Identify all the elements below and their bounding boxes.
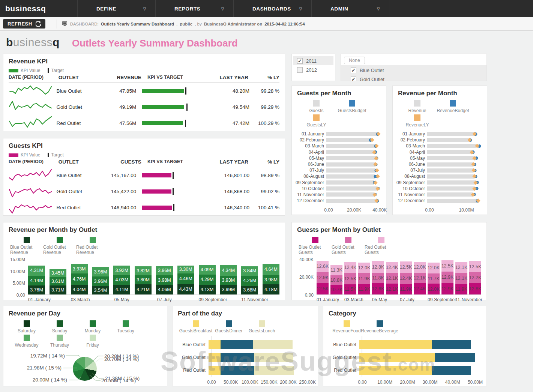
month-bar-row: 11-November [294, 192, 382, 198]
bar-segment: 12.0K [414, 262, 426, 273]
column-header: DATE (PERIOD) [9, 159, 59, 165]
legend-item: Blue Outlet Guests [299, 237, 332, 255]
column-header: OUTLET [59, 159, 108, 165]
kpi-value-label: KPI Value [21, 68, 40, 73]
legend-item: RevenueFood [330, 320, 363, 333]
filter-option-2012[interactable]: ✓2012 [293, 65, 333, 74]
last-year-cell: 49.54M [210, 104, 249, 110]
table-row: Gold Outlet145,422.00146,868.0099.02 % [9, 183, 279, 200]
kpi-value-label: KPI Value [21, 152, 40, 158]
hbar-row: Gold Outlet [328, 351, 482, 364]
bar-segment: 12.0K [428, 263, 440, 273]
dashboard-visibility: public [180, 22, 192, 26]
stacked-column: 4.18M3.98M4.64M [263, 264, 279, 294]
bar-segment: 11.7K [428, 273, 440, 284]
month-label: 07-July [395, 168, 427, 173]
bar-segment: 11.8K [372, 273, 384, 283]
guests-per-month-chart: GuestsGuestsBudgetGuestsLY01-January02-F… [292, 100, 386, 214]
hbar-row: Blue Outlet [328, 338, 482, 351]
value-bar [427, 156, 474, 160]
toolbar: REFRESH DASHBOARD: Outlets Yearly Summar… [0, 17, 533, 31]
bar-segment: 11.9K [455, 284, 467, 294]
month-label: 11-November [294, 192, 326, 197]
nav-item-admin[interactable]: ADMIN▽ [311, 0, 389, 17]
kpi-bar-fill [142, 89, 184, 93]
bar-segment: 3.30M [177, 266, 194, 273]
legend-swatch [414, 100, 420, 107]
clear-selection-button[interactable]: None [344, 57, 365, 64]
axis-tick-label: 0.00 [358, 380, 366, 385]
kpi-bar-track [142, 121, 210, 126]
value-bar [326, 174, 375, 179]
legend-item: Red Outlet Revenue [76, 237, 109, 255]
kpi-target-marker [173, 188, 174, 195]
panel-revenue-per-month-by-outlet: Revenue per Month by Outlet Blue Outlet … [3, 222, 285, 300]
bar-segment: 4.76M [71, 273, 88, 285]
legend-label: RevenueFood [332, 328, 360, 333]
bar-segment [209, 366, 221, 375]
axis-tick-label: 10.00M [377, 380, 392, 385]
filter-option-gold-outlet[interactable]: ✓Gold Outlet [347, 75, 486, 81]
nav-item-label: DASHBOARDS [252, 6, 291, 12]
nav-item-dashboards[interactable]: DASHBOARDS▽ [233, 0, 311, 17]
panel-title: Guests per Month by Outlet [292, 222, 486, 234]
divider [57, 20, 57, 29]
target-swatch [48, 153, 49, 157]
legend-label: Wednesday [15, 342, 38, 348]
filter-option-label: 2012 [306, 67, 317, 73]
bar-segment: 10.8K [330, 275, 342, 285]
part-of-day-chart: GuestsBreakfastGuestsDinnerGuestsLunchBl… [173, 320, 318, 386]
bar-segment: 11.3K [330, 265, 342, 275]
target-label: Target [51, 68, 63, 73]
filter-option-2011[interactable]: ✓2011 [293, 56, 333, 65]
chart-legend: SaturdaySundayMondayTuesdayWednesdayThur… [3, 320, 146, 349]
month-label: 10-October [294, 186, 326, 191]
axis-tick-label: 15.00M [10, 257, 25, 262]
refresh-button[interactable]: REFRESH [3, 19, 45, 29]
bar-track [326, 144, 382, 148]
sparkline [9, 99, 54, 114]
legend-swatch [312, 237, 318, 243]
kpi-bar-track [142, 105, 210, 110]
checkbox-checked-icon[interactable]: ✓ [351, 68, 356, 73]
legend-item: GuestsBudget [334, 100, 370, 113]
kpi-bar-cell [136, 89, 210, 93]
x-tick-label [92, 297, 109, 302]
checkbox-checked-icon[interactable]: ✓ [351, 77, 356, 81]
last-year-cell: 47.42M [210, 120, 249, 126]
nav-item-reports[interactable]: REPORTS▽ [155, 0, 233, 17]
kpi-value-swatch [9, 153, 18, 157]
stacked-column: 4.06M3.98M3.96M [156, 266, 173, 294]
last-year-cell: 146,801.00 [210, 173, 249, 178]
nav-item-define[interactable]: DEFINE▽ [77, 0, 155, 17]
value-bar [427, 192, 473, 197]
filter-option-blue-outlet[interactable]: ✓Blue Outlet [347, 66, 486, 75]
checkbox-checked-icon[interactable]: ✓ [297, 58, 303, 64]
pct-ly-cell: 100.41 % [249, 205, 279, 210]
panel-outlet-filter: None ✓Blue Outlet✓Gold Outlet [341, 54, 487, 81]
column-header: OUTLET [59, 75, 108, 80]
pct-ly-cell: 98.89 % [249, 173, 279, 178]
column-header: KPI VS TARGET [141, 75, 208, 80]
axis-tick-label: 10.00M [10, 269, 25, 274]
bar-track [427, 192, 483, 197]
stacked-column: 12.1K12.1K12.4K [386, 262, 398, 294]
table-header-row: DATE (PERIOD)OUTLETREVENUEKPI VS TARGETL… [9, 75, 279, 83]
bar-track [427, 144, 483, 148]
bar-segment [253, 340, 293, 349]
bar-segment: 12.4K [400, 273, 412, 284]
bar-segment: 3.84M [241, 266, 258, 275]
bar-track [359, 353, 482, 362]
axis-tick-label: 200.00K [280, 380, 297, 385]
checkbox-unchecked-icon[interactable]: ✓ [297, 67, 303, 73]
legend-label: RevenueLY [406, 122, 429, 128]
legend-swatch [313, 114, 320, 121]
bar-segment: 11.9K [400, 284, 412, 294]
bar-segment: 11.9K [358, 273, 370, 284]
value-bar [326, 144, 375, 148]
panel-title: Guests per Month [292, 86, 386, 97]
value-bar [326, 138, 370, 142]
x-tick-label: 01-January [317, 297, 329, 302]
bar-segment: 12.5K [317, 283, 329, 294]
legend-swatch [24, 237, 30, 243]
